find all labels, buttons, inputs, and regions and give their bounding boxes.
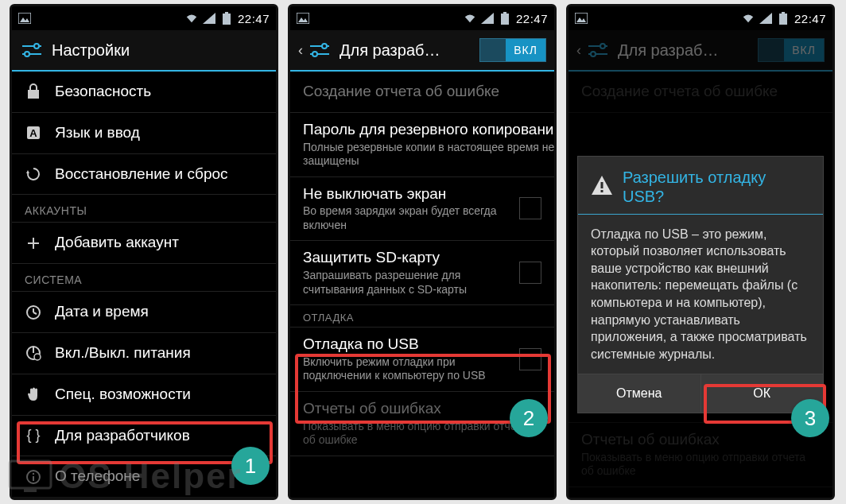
item-protect-sd[interactable]: Защитить SD-карту Запрашивать разрешение… — [290, 241, 554, 305]
power-schedule-icon — [25, 344, 42, 362]
checkbox[interactable] — [519, 262, 541, 284]
signal-icon — [481, 13, 494, 24]
item-label: Не выключать экран — [303, 185, 506, 204]
checkbox[interactable] — [519, 348, 541, 370]
wifi-icon — [185, 13, 198, 24]
status-time: 22:47 — [238, 12, 270, 25]
svg-rect-3 — [225, 12, 228, 14]
svg-point-30 — [322, 44, 327, 48]
status-bar: 22:47 — [12, 6, 276, 30]
battery-icon — [499, 13, 511, 24]
settings-sliders-icon — [586, 41, 610, 60]
back-icon[interactable]: ‹ — [298, 42, 303, 59]
settings-list[interactable]: Безопасность A Язык и ввод Восстановлени… — [12, 72, 276, 498]
lock-icon — [25, 83, 42, 100]
page-title: Настройки — [52, 41, 268, 60]
dev-options-toggle[interactable]: ВКЛ — [479, 38, 546, 62]
wifi-icon — [464, 13, 476, 24]
checkbox[interactable] — [519, 197, 541, 219]
settings-item-language[interactable]: A Язык и ввод — [12, 113, 276, 154]
svg-rect-37 — [779, 14, 787, 25]
clock-icon — [25, 304, 42, 321]
svg-rect-28 — [501, 14, 509, 25]
plus-icon — [25, 235, 42, 252]
phone-screen-1: 22:47 Настройки Безопасность A Язык и вв… — [10, 4, 278, 500]
battery-icon — [220, 13, 233, 24]
svg-rect-36 — [782, 12, 785, 14]
item-label: Восстановление и сброс — [55, 165, 263, 184]
phone-screen-3: 22:47 ‹ Для разраб… ВКЛ Создание отчета … — [566, 4, 835, 500]
status-time: 22:47 — [516, 12, 548, 25]
svg-rect-4 — [223, 14, 231, 25]
svg-marker-12 — [26, 170, 29, 173]
dialog-body: Отладка по USB – это режим, который позв… — [578, 215, 823, 374]
header-bar: Настройки — [12, 30, 276, 72]
svg-rect-44 — [601, 190, 603, 192]
status-bar: 22:47 — [569, 6, 832, 30]
item-label: Дата и время — [55, 303, 263, 321]
svg-rect-27 — [503, 12, 506, 14]
item-sub: Включить режим отладки при подключении к… — [303, 355, 506, 383]
settings-sliders-icon — [20, 41, 44, 60]
item-label: Пароль для резервного копирования — [303, 121, 554, 139]
header-bar: ‹ Для разраб… ВКЛ — [290, 30, 554, 72]
item-label: Вкл./Выкл. питания — [55, 344, 263, 362]
dev-options-list[interactable]: Создание отчета об ошибке Пароль для рез… — [290, 72, 554, 498]
braces-icon: { } — [25, 427, 42, 444]
dialog-ok-button[interactable]: ОК — [701, 374, 824, 413]
phone-screen-2: 22:47 ‹ Для разраб… ВКЛ Создание отчета … — [288, 4, 557, 500]
settings-item-date-time[interactable]: Дата и время — [12, 292, 276, 333]
item-bug-report: Создание отчета об ошибке — [569, 72, 832, 113]
item-label: Защитить SD-карту — [303, 249, 506, 267]
svg-marker-2 — [203, 13, 215, 24]
item-usb-debugging[interactable]: Отладка по USB Включить режим отладки пр… — [290, 328, 554, 392]
settings-item-accessibility[interactable]: Спец. возможности — [12, 374, 276, 416]
item-backup-password[interactable]: Пароль для резервного копирования Полные… — [290, 113, 554, 177]
item-stay-awake[interactable]: Не выключать экран Во время зарядки экра… — [290, 177, 554, 242]
svg-point-41 — [591, 52, 596, 56]
item-label: Отчеты об ошибках — [581, 431, 820, 449]
item-bug-report[interactable]: Создание отчета об ошибке — [290, 72, 554, 113]
signal-icon — [203, 13, 215, 24]
svg-point-20 — [34, 354, 41, 360]
info-icon — [25, 468, 42, 486]
settings-item-developer-options[interactable]: { } Для разработчиков — [12, 416, 276, 457]
dev-options-toggle: ВКЛ — [758, 38, 825, 62]
svg-rect-43 — [601, 182, 603, 188]
battery-icon — [777, 13, 790, 24]
dialog-cancel-button[interactable]: Отмена — [578, 374, 701, 413]
item-error-reports: Отчеты об ошибках Показывать в меню опци… — [569, 423, 832, 487]
item-label: Безопасность — [55, 83, 263, 101]
settings-item-about-phone[interactable]: О телефоне — [12, 456, 276, 498]
svg-point-32 — [312, 52, 317, 56]
svg-marker-26 — [481, 13, 494, 24]
item-label: О телефоне — [55, 467, 263, 486]
page-title: Для разраб… — [340, 41, 472, 60]
toggle-label: ВКЛ — [506, 39, 545, 61]
item-sub: Во время зарядки экран будет всегда вклю… — [303, 204, 506, 232]
settings-item-backup-reset[interactable]: Восстановление и сброс — [12, 154, 276, 196]
warning-icon — [591, 175, 613, 199]
item-label: Для разработчиков — [55, 427, 263, 445]
picture-icon — [575, 13, 588, 24]
page-title: Для разраб… — [618, 41, 750, 60]
item-label: Отчеты об ошибках — [303, 400, 541, 418]
section-system: СИСТЕМА — [12, 264, 276, 292]
svg-marker-25 — [298, 17, 308, 22]
settings-item-security[interactable]: Безопасность — [12, 72, 276, 113]
item-sub: Полные резервные копии в настоящее время… — [303, 141, 554, 169]
svg-line-17 — [33, 312, 37, 314]
svg-text:A: A — [29, 127, 37, 139]
hand-icon — [25, 386, 42, 403]
section-accounts: АККАУНТЫ — [12, 195, 276, 223]
settings-item-add-account[interactable]: Добавить аккаунт — [12, 223, 276, 264]
item-sub: Показывать в меню опцию отправки отчета … — [581, 451, 820, 479]
settings-item-power-schedule[interactable]: Вкл./Выкл. питания — [12, 333, 276, 374]
back-icon: ‹ — [576, 42, 581, 59]
item-sub: Запрашивать разрешение для считывания да… — [303, 269, 506, 297]
item-sub: Показывать в меню опцию отправки отчета … — [303, 420, 541, 448]
svg-point-39 — [600, 44, 605, 48]
svg-marker-1 — [20, 17, 29, 22]
item-error-reports[interactable]: Отчеты об ошибках Показывать в меню опци… — [290, 392, 554, 456]
item-label: Создание отчета об ошибке — [303, 83, 541, 101]
